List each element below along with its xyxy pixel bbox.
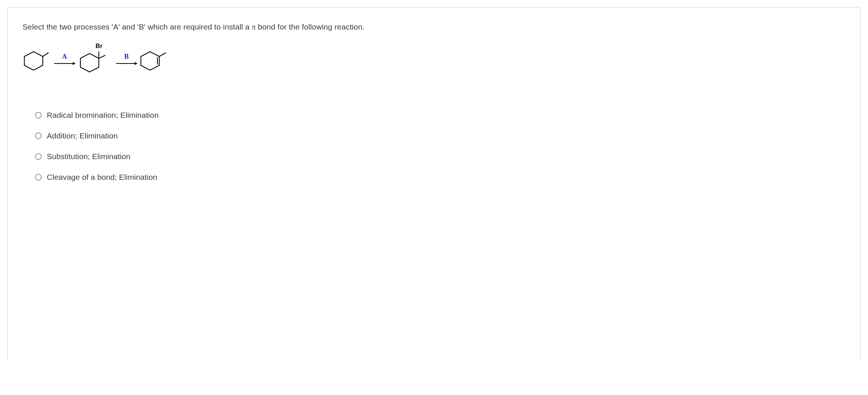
svg-marker-9 bbox=[141, 52, 159, 70]
br-label: Br bbox=[96, 42, 103, 49]
svg-marker-8 bbox=[135, 62, 138, 65]
question-card: Select the two processes 'A' and 'B' whi… bbox=[7, 7, 861, 362]
svg-marker-0 bbox=[24, 52, 43, 70]
option-1[interactable]: Radical bromination; Elimination bbox=[35, 111, 846, 120]
svg-marker-3 bbox=[73, 62, 76, 65]
molecule-intermediate: Br bbox=[77, 41, 114, 78]
reaction-arrow-a: A bbox=[53, 53, 76, 66]
reaction-arrow-b: B bbox=[115, 53, 138, 66]
prompt-text-post: bond for the following reaction. bbox=[256, 23, 364, 31]
option-2[interactable]: Addition; Elimination bbox=[35, 131, 846, 140]
radio-icon[interactable] bbox=[35, 153, 42, 160]
option-4[interactable]: Cleavage of a bond; Elimination bbox=[35, 173, 846, 182]
reaction-scheme: A Br B bbox=[22, 41, 846, 78]
svg-line-1 bbox=[43, 53, 48, 56]
answer-options: Radical bromination; Elimination Additio… bbox=[35, 111, 846, 182]
step-label-b: B bbox=[124, 53, 129, 61]
radio-icon[interactable] bbox=[35, 112, 42, 118]
option-3[interactable]: Substitution; Elimination bbox=[35, 152, 846, 161]
prompt-pi-symbol: π bbox=[252, 23, 256, 31]
arrow-icon bbox=[115, 61, 138, 66]
step-label-a: A bbox=[62, 53, 67, 61]
svg-marker-4 bbox=[80, 54, 99, 72]
svg-line-10 bbox=[159, 53, 166, 56]
option-label: Substitution; Elimination bbox=[47, 152, 131, 161]
arrow-icon bbox=[53, 61, 76, 66]
svg-line-5 bbox=[99, 55, 105, 58]
option-label: Addition; Elimination bbox=[47, 131, 118, 140]
molecule-start bbox=[22, 42, 52, 76]
prompt-text-pre: Select the two processes 'A' and 'B' whi… bbox=[22, 23, 252, 31]
radio-icon[interactable] bbox=[35, 133, 42, 139]
option-label: Radical bromination; Elimination bbox=[47, 111, 159, 120]
option-label: Cleavage of a bond; Elimination bbox=[47, 173, 157, 182]
molecule-product bbox=[139, 42, 172, 76]
radio-icon[interactable] bbox=[35, 174, 42, 181]
question-prompt: Select the two processes 'A' and 'B' whi… bbox=[22, 23, 846, 32]
